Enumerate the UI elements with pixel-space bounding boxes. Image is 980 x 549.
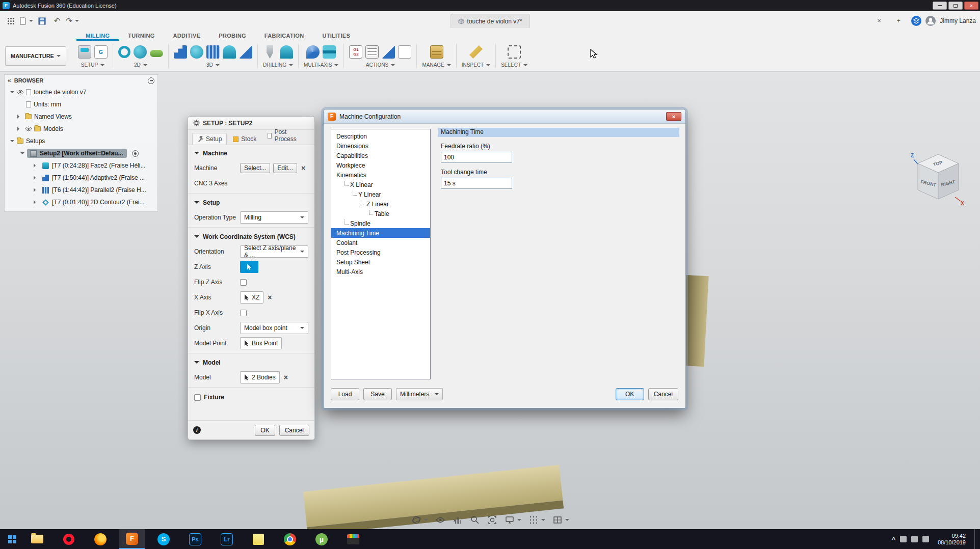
taskbar-clock[interactable]: 09:42 08/10/2019 <box>938 533 966 546</box>
expander-closed-icon[interactable] <box>34 163 38 168</box>
origin-dropdown[interactable]: Model box point <box>240 322 308 334</box>
new-setup-icon[interactable] <box>78 45 91 59</box>
config-tree-item-workpiece[interactable]: Workpiece <box>331 160 430 170</box>
chrome-icon[interactable] <box>277 529 303 549</box>
zoom-icon[interactable] <box>469 514 481 526</box>
utorrent-icon[interactable]: µ <box>309 529 334 549</box>
expander-closed-icon[interactable] <box>17 115 21 119</box>
config-tree-item-multi-axis[interactable]: Multi-Axis <box>331 267 430 277</box>
user-name[interactable]: Jimmy Lanza <box>940 17 976 24</box>
view-cube[interactable]: TOP FRONT RIGHT Z X <box>907 148 968 209</box>
setup-section-header[interactable]: Setup <box>194 196 308 210</box>
config-tree-item-post-processing[interactable]: Post Processing <box>331 248 430 257</box>
config-tree-item-x-linear[interactable]: X Linear <box>331 180 430 189</box>
model-section-header[interactable]: Model <box>194 355 308 370</box>
pan-icon[interactable] <box>452 514 464 526</box>
browser-row-operation[interactable]: [T6 (1:44:42)] Parallel2 (Fraise H... <box>5 184 157 196</box>
browser-row-operation[interactable]: [T7 (1:50:44)] Adaptive2 (Fraise ... <box>5 172 157 184</box>
scallop-icon[interactable] <box>223 45 236 59</box>
viewports-icon[interactable] <box>551 514 570 526</box>
tab-milling[interactable]: MILLING <box>76 33 119 41</box>
x-axis-select-button[interactable]: XZ <box>240 291 263 304</box>
redo-button[interactable]: ↷ <box>66 14 79 28</box>
firefox-icon[interactable] <box>88 529 113 549</box>
browser-row-named-views[interactable]: Named Views <box>5 111 157 123</box>
feedrate-ratio-input[interactable] <box>441 152 512 163</box>
parallel-icon[interactable] <box>206 45 220 59</box>
ribbon-group-multi-axis-label[interactable]: MULTI-AXIS <box>304 62 338 68</box>
setup-ok-button[interactable]: OK <box>255 425 275 436</box>
sticky-notes-icon[interactable] <box>246 529 271 549</box>
tab-utilities[interactable]: UTILITIES <box>313 33 359 41</box>
undo-button[interactable]: ↶ <box>50 14 64 28</box>
pocket-3d-icon[interactable] <box>190 45 203 59</box>
config-tree-item-setup-sheet[interactable]: Setup Sheet <box>331 257 430 267</box>
file-explorer-icon[interactable] <box>24 529 50 549</box>
lightroom-icon[interactable]: Lr <box>214 529 240 549</box>
simulate-icon[interactable] <box>382 45 395 59</box>
selected-setup-item[interactable]: Setup2 [Work offset=Defau... <box>27 149 127 158</box>
gcode-document-icon[interactable]: G <box>94 45 108 59</box>
ribbon-group-2d-label[interactable]: 2D <box>134 62 147 68</box>
ribbon-group-actions-label[interactable]: ACTIONS <box>366 62 395 68</box>
machine-section-header[interactable]: Machine <box>194 146 308 160</box>
drilling-icon[interactable] <box>263 45 277 59</box>
tab-probing[interactable]: PROBING <box>209 33 255 41</box>
browser-row-setup2[interactable]: Setup2 [Work offset=Defau... <box>5 147 157 159</box>
expander-closed-icon[interactable] <box>34 200 38 204</box>
adaptive-clearing-icon[interactable] <box>174 45 187 59</box>
section-collapse-icon[interactable] <box>194 235 199 240</box>
wcs-section-header[interactable]: Work Coordinate System (WCS) <box>194 230 308 244</box>
operation-type-dropdown[interactable]: Milling <box>240 211 308 224</box>
user-avatar[interactable] <box>925 16 936 26</box>
collapse-browser-icon[interactable]: « <box>8 77 11 84</box>
config-tree-item-kinematics[interactable]: Kinematics <box>331 170 430 180</box>
save-button[interactable] <box>35 14 48 28</box>
selection-box-icon[interactable] <box>508 45 521 59</box>
browser-row-models[interactable]: Models <box>5 123 157 135</box>
tool-change-time-input[interactable] <box>441 178 512 189</box>
config-tree-item-machining-time[interactable]: Machining Time <box>331 228 430 238</box>
x-axis-clear-icon[interactable]: × <box>268 293 272 301</box>
expander-closed-icon[interactable] <box>34 176 38 180</box>
visibility-eye-icon[interactable] <box>17 90 24 95</box>
save-config-button[interactable]: Save <box>363 388 392 400</box>
ribbon-group-3d-label[interactable]: 3D <box>206 62 220 68</box>
section-collapse-icon[interactable] <box>194 152 199 157</box>
expander-open-icon[interactable] <box>10 140 14 144</box>
browser-row-units[interactable]: Units: mm <box>5 98 157 111</box>
bore-icon[interactable] <box>280 45 293 59</box>
document-tab[interactable]: touche de violon v7* <box>450 14 529 28</box>
fit-icon[interactable] <box>486 514 498 526</box>
expander-open-icon[interactable] <box>20 152 24 156</box>
expander-closed-icon[interactable] <box>34 188 38 192</box>
browser-row-setups[interactable]: Setups <box>5 135 157 147</box>
setup-sheet-icon[interactable] <box>365 45 379 59</box>
load-button[interactable]: Load <box>331 388 359 400</box>
tab-stock[interactable]: Stock <box>228 133 261 145</box>
tab-post-process[interactable]: Post Process <box>262 126 310 145</box>
active-setup-indicator-icon[interactable] <box>132 150 139 157</box>
model-clear-icon[interactable]: × <box>284 373 288 381</box>
pocket-2d-icon[interactable] <box>118 46 130 58</box>
visibility-eye-icon[interactable] <box>25 126 32 131</box>
flow-icon[interactable] <box>323 45 336 59</box>
opera-icon[interactable] <box>56 529 82 549</box>
setup-cancel-button[interactable]: Cancel <box>279 425 309 436</box>
window-minimize-button[interactable] <box>933 2 947 10</box>
browser-row-root[interactable]: touche de violon v7 <box>5 86 157 98</box>
config-tree-item-description[interactable]: Description <box>331 131 430 141</box>
browser-row-operation[interactable]: [T7 (0:24:28)] Face2 (Fraise Héli... <box>5 159 157 172</box>
contour-2d-icon[interactable] <box>134 45 147 59</box>
config-tree-item-z-linear[interactable]: Z Linear <box>331 199 430 209</box>
info-icon[interactable]: i <box>193 426 201 434</box>
orbit-icon[interactable] <box>410 514 429 526</box>
swarf-icon[interactable] <box>306 45 320 59</box>
steep-and-shallow-icon[interactable] <box>239 45 252 59</box>
config-tree-item-dimensions[interactable]: Dimensions <box>331 141 430 151</box>
fusion360-taskbar-icon[interactable]: F <box>119 529 145 549</box>
ribbon-group-manage-label[interactable]: MANAGE <box>422 62 451 68</box>
display-settings-icon[interactable] <box>504 514 522 526</box>
tab-setup[interactable]: Setup <box>192 133 227 145</box>
fixture-checkbox[interactable] <box>194 394 201 401</box>
